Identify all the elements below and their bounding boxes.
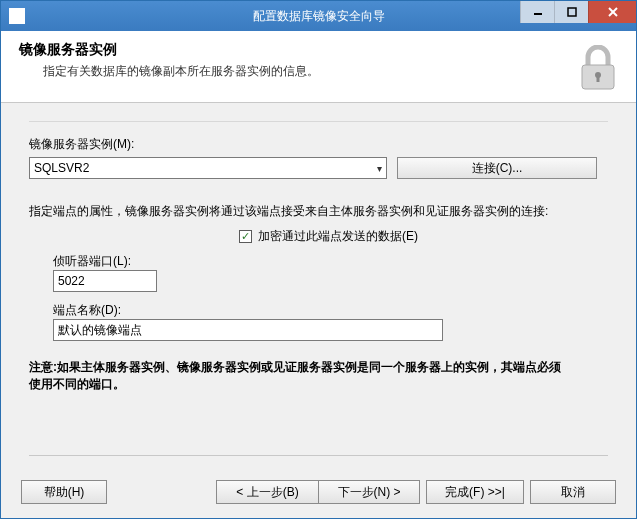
endpoint-name-label: 端点名称(D): xyxy=(53,302,608,319)
chevron-down-icon: ▾ xyxy=(377,163,382,174)
svg-rect-6 xyxy=(597,75,600,82)
maximize-button[interactable] xyxy=(554,1,588,23)
page-subtitle: 指定有关数据库的镜像副本所在服务器实例的信息。 xyxy=(19,63,620,80)
encrypt-label: 加密通过此端点发送的数据(E) xyxy=(258,228,418,245)
divider xyxy=(29,455,608,456)
page-title: 镜像服务器实例 xyxy=(19,41,620,59)
wizard-header: 镜像服务器实例 指定有关数据库的镜像副本所在服务器实例的信息。 xyxy=(1,31,636,103)
instance-value: SQLSVR2 xyxy=(34,161,89,175)
app-icon xyxy=(9,8,25,24)
window-title: 配置数据库镜像安全向导 xyxy=(253,8,385,25)
instance-combobox[interactable]: SQLSVR2 ▾ xyxy=(29,157,387,179)
svg-rect-1 xyxy=(568,8,576,16)
note-body: 如果主体服务器实例、镜像服务器实例或见证服务器实例是同一个服务器上的实例，其端点… xyxy=(29,360,561,391)
cancel-button[interactable]: 取消 xyxy=(530,480,616,504)
close-button[interactable] xyxy=(588,1,636,23)
note-prefix: 注意: xyxy=(29,360,57,374)
help-button[interactable]: 帮助(H) xyxy=(21,480,107,504)
minimize-button[interactable] xyxy=(520,1,554,23)
window-controls xyxy=(520,1,636,23)
connect-button[interactable]: 连接(C)... xyxy=(397,157,597,179)
title-bar[interactable]: 配置数据库镜像安全向导 xyxy=(1,1,636,31)
lock-icon xyxy=(576,45,620,96)
next-button[interactable]: 下一步(N) > xyxy=(318,480,420,504)
back-button[interactable]: < 上一步(B) xyxy=(216,480,318,504)
encrypt-checkbox[interactable]: ✓ xyxy=(239,230,252,243)
port-input[interactable] xyxy=(53,270,157,292)
wizard-body: 镜像服务器实例(M): SQLSVR2 ▾ 连接(C)... 指定端点的属性，镜… xyxy=(1,103,636,466)
finish-button[interactable]: 完成(F) >>| xyxy=(426,480,524,504)
instance-label: 镜像服务器实例(M): xyxy=(29,136,608,153)
port-label: 侦听器端口(L): xyxy=(53,253,608,270)
endpoint-intro: 指定端点的属性，镜像服务器实例将通过该端点接受来自主体服务器实例和见证服务器实例… xyxy=(29,203,608,220)
wizard-window: 配置数据库镜像安全向导 镜像服务器实例 指定有关数据库的镜像副本所在服务器实例的… xyxy=(0,0,637,519)
endpoint-name-input[interactable] xyxy=(53,319,443,341)
wizard-footer: 帮助(H) < 上一步(B) 下一步(N) > 完成(F) >>| 取消 xyxy=(1,466,636,518)
note-text: 注意:如果主体服务器实例、镜像服务器实例或见证服务器实例是同一个服务器上的实例，… xyxy=(29,359,569,393)
